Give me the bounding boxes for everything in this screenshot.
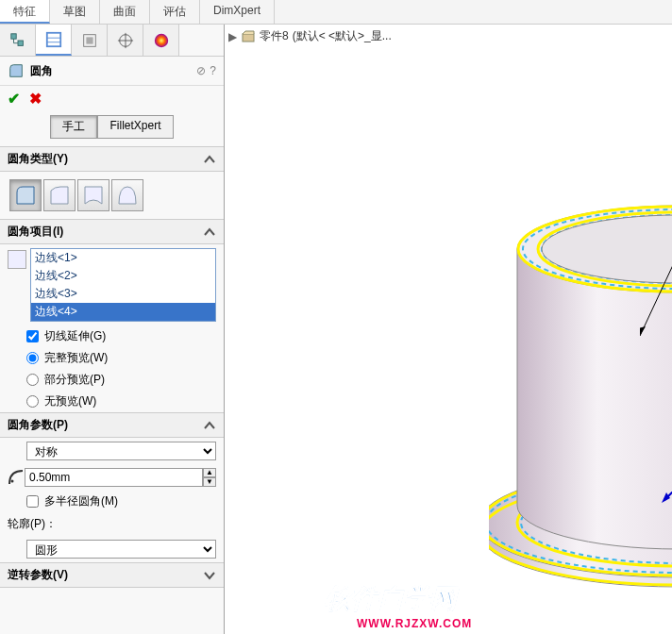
no-preview-radio[interactable]: [26, 395, 39, 408]
breadcrumb-state: (默认< <默认>_显...: [293, 28, 392, 44]
property-manager: 圆角 ⊘ ? ✔ ✖ 手工 FilletXpert 圆角类型(Y) 圆角项目(I…: [0, 25, 225, 634]
tangent-checkbox[interactable]: [26, 330, 39, 342]
feature-tree-tab[interactable]: [0, 25, 36, 56]
multi-radius-option[interactable]: 多半径圆角(M): [0, 491, 224, 512]
svg-rect-0: [10, 33, 15, 38]
no-preview-option[interactable]: 无预览(W): [0, 391, 224, 412]
items-selection: 边线<1> 边线<2> 边线<3> 边线<4>: [0, 244, 224, 325]
fillet-type-row: [0, 172, 224, 219]
watermark: 软件自学网: [325, 581, 457, 617]
list-item-selected[interactable]: 边线<4>: [31, 303, 215, 321]
help-pin-icon[interactable]: ⊘: [196, 64, 206, 77]
sphere-icon: [153, 32, 170, 49]
section-fillet-params[interactable]: 圆角参数(P): [0, 412, 224, 438]
list-item[interactable]: 边线<2>: [31, 267, 215, 285]
profile-combo[interactable]: 圆形: [26, 540, 216, 559]
profile-label: 轮廓(P)：: [0, 512, 224, 536]
property-icon: [45, 31, 62, 48]
symmetry-select[interactable]: 对称: [26, 442, 216, 460]
section-fillet-items-label: 圆角项目(I): [8, 224, 63, 240]
part-icon: [241, 29, 256, 44]
partial-preview-option[interactable]: 部分预览(P): [0, 369, 224, 391]
radius-input-row: ▲ ▼: [8, 468, 216, 487]
tab-surface[interactable]: 曲面: [100, 0, 150, 24]
list-item[interactable]: 边线<1>: [31, 249, 215, 267]
partial-preview-radio[interactable]: [26, 374, 39, 386]
panel-tab-strip: [0, 25, 224, 57]
filletxpert-mode-button[interactable]: FilletXpert: [97, 115, 173, 139]
section-fillet-type-label: 圆角类型(Y): [8, 151, 68, 167]
dim-tab[interactable]: [108, 25, 143, 56]
profile-select[interactable]: 圆形: [26, 540, 216, 559]
section-fillet-params-label: 圆角参数(P): [8, 417, 68, 433]
fillet-type-variable[interactable]: [43, 179, 76, 211]
spinner-up[interactable]: ▲: [203, 468, 216, 477]
confirm-row: ✔ ✖: [0, 86, 224, 111]
fillet-icon: [8, 62, 25, 79]
property-tab[interactable]: [36, 25, 72, 56]
multi-radius-checkbox[interactable]: [26, 495, 39, 508]
fillet-type-face[interactable]: [77, 179, 109, 211]
tab-feature[interactable]: 特征: [0, 0, 50, 24]
svg-line-26: [640, 194, 672, 336]
radius-icon: [8, 469, 25, 486]
target-icon: [117, 32, 134, 49]
fillet-type-full[interactable]: [111, 179, 143, 211]
chevron-up-icon: [203, 419, 216, 432]
svg-rect-12: [243, 34, 254, 42]
radius-input[interactable]: [25, 468, 203, 487]
full-preview-option[interactable]: 完整预览(W): [0, 347, 224, 369]
tab-dimxpert[interactable]: DimXpert: [200, 0, 275, 24]
dimension-leader: [640, 194, 672, 336]
svg-rect-1: [18, 41, 23, 45]
tab-evaluate[interactable]: 评估: [150, 0, 200, 24]
list-item[interactable]: 边线<3>: [31, 285, 215, 303]
feature-header: 圆角 ⊘ ?: [0, 57, 224, 86]
svg-rect-6: [86, 37, 92, 43]
cancel-button[interactable]: ✖: [29, 90, 42, 108]
section-reverse-params[interactable]: 逆转参数(V): [0, 562, 224, 588]
svg-point-10: [154, 33, 167, 46]
tree-icon: [9, 32, 26, 49]
config-icon: [81, 32, 98, 49]
mode-row: 手工 FilletXpert: [0, 111, 224, 146]
tab-sketch[interactable]: 草图: [50, 0, 100, 24]
svg-rect-2: [46, 32, 59, 45]
full-preview-radio[interactable]: [26, 352, 39, 364]
graphics-area[interactable]: ▶ 零件8 (默认< <默认>_显...: [225, 25, 672, 634]
edge-select-icon[interactable]: [8, 250, 26, 269]
section-reverse-label: 逆转参数(V): [8, 567, 68, 583]
section-fillet-type[interactable]: 圆角类型(Y): [0, 146, 224, 172]
origin-triad[interactable]: [659, 459, 672, 506]
spinner-down[interactable]: ▼: [203, 477, 216, 487]
svg-point-11: [11, 480, 14, 483]
config-tab[interactable]: [72, 25, 108, 56]
watermark-url: WWW.RJZXW.COM: [357, 617, 472, 630]
tangent-propagation-option[interactable]: 切线延伸(G): [0, 325, 224, 347]
appearance-tab[interactable]: [143, 25, 179, 56]
feature-title: 圆角: [30, 63, 196, 79]
help-icon[interactable]: ?: [210, 64, 216, 77]
svg-marker-33: [662, 492, 670, 503]
command-tabs: 特征 草图 曲面 评估 DimXpert: [0, 0, 672, 25]
chevron-up-icon: [203, 153, 216, 166]
chevron-up-icon: [203, 225, 216, 239]
manual-mode-button[interactable]: 手工: [50, 115, 97, 139]
ok-button[interactable]: ✔: [8, 90, 20, 108]
fillet-type-constant[interactable]: [9, 179, 42, 211]
breadcrumb-part-name: 零件8: [260, 28, 289, 44]
breadcrumb-arrow-icon[interactable]: ▶: [228, 30, 237, 43]
chevron-down-icon: [203, 569, 216, 582]
breadcrumb[interactable]: ▶ 零件8 (默认< <默认>_显...: [228, 28, 392, 44]
edge-list[interactable]: 边线<1> 边线<2> 边线<3> 边线<4>: [30, 248, 216, 322]
section-fillet-items[interactable]: 圆角项目(I): [0, 219, 224, 244]
symmetry-combo[interactable]: 对称: [26, 442, 216, 460]
